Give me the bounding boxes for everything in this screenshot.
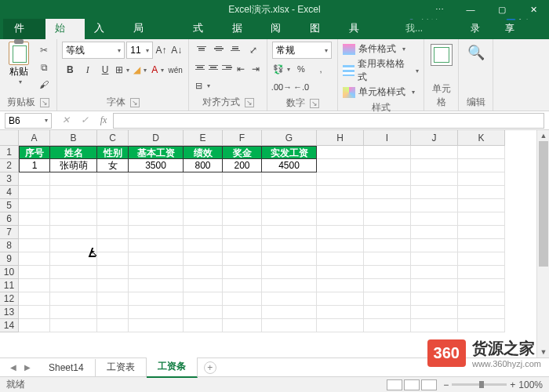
paste-button[interactable]: 粘贴 ▾ xyxy=(5,42,33,92)
cut-icon[interactable]: ✂ xyxy=(36,43,52,57)
name-box[interactable]: B6▾ xyxy=(5,113,52,129)
cell[interactable] xyxy=(129,199,184,212)
format-painter-icon[interactable]: 🖌 xyxy=(36,78,52,92)
cell[interactable] xyxy=(411,306,458,319)
cell[interactable] xyxy=(184,186,223,199)
currency-icon[interactable]: 💱▾ xyxy=(272,61,291,77)
cell[interactable] xyxy=(458,172,505,186)
cell[interactable] xyxy=(50,239,97,252)
cell[interactable] xyxy=(97,239,129,252)
zoom-in-icon[interactable]: + xyxy=(510,379,515,390)
cell[interactable] xyxy=(184,226,223,239)
row-header[interactable]: 1 xyxy=(0,146,19,159)
cell[interactable] xyxy=(411,292,458,306)
cell[interactable] xyxy=(458,306,505,319)
cell[interactable] xyxy=(223,212,262,226)
cell[interactable] xyxy=(364,319,411,332)
decrease-font-icon[interactable]: A↓ xyxy=(169,42,184,59)
cell[interactable] xyxy=(97,226,129,239)
scroll-up-icon[interactable]: ▲ xyxy=(537,130,549,141)
cell[interactable] xyxy=(129,186,184,199)
cell[interactable] xyxy=(458,186,505,199)
sheet-tab[interactable]: Sheet14 xyxy=(38,359,96,376)
col-header[interactable]: D xyxy=(129,130,184,146)
cell[interactable] xyxy=(364,226,411,239)
align-right-icon[interactable] xyxy=(220,60,232,74)
column-headers[interactable]: ABCDEFGHIJK xyxy=(19,130,505,146)
cell[interactable] xyxy=(184,266,223,279)
cell[interactable] xyxy=(19,186,50,199)
cell[interactable] xyxy=(97,172,129,186)
cell[interactable] xyxy=(223,306,262,319)
cell[interactable] xyxy=(184,292,223,306)
cell[interactable] xyxy=(19,226,50,239)
cell[interactable] xyxy=(364,266,411,279)
col-header[interactable]: G xyxy=(262,130,317,146)
zoom-out-icon[interactable]: − xyxy=(443,379,449,390)
col-header[interactable]: K xyxy=(458,130,505,146)
cell[interactable] xyxy=(223,186,262,199)
cell[interactable] xyxy=(19,306,50,319)
cell[interactable] xyxy=(129,212,184,226)
cell[interactable] xyxy=(364,159,411,172)
table-format-button[interactable]: 套用表格格式▾ xyxy=(343,56,419,85)
cell[interactable] xyxy=(364,292,411,306)
align-top-icon[interactable] xyxy=(194,42,209,56)
cell[interactable] xyxy=(458,199,505,212)
cell[interactable]: 1 xyxy=(19,159,50,172)
row-header[interactable]: 6 xyxy=(0,212,19,226)
formula-input[interactable] xyxy=(113,113,544,129)
cell[interactable] xyxy=(364,212,411,226)
row-header[interactable]: 8 xyxy=(0,239,19,252)
cell[interactable] xyxy=(19,199,50,212)
cell[interactable]: 绩效 xyxy=(184,146,223,159)
cell[interactable] xyxy=(262,252,317,266)
ribbon-options-icon[interactable]: ⋯ xyxy=(424,0,455,19)
cell[interactable] xyxy=(411,319,458,332)
cell[interactable] xyxy=(19,172,50,186)
cell[interactable] xyxy=(262,172,317,186)
cell[interactable] xyxy=(97,199,129,212)
cell[interactable] xyxy=(97,186,129,199)
cell[interactable] xyxy=(262,306,317,319)
cell[interactable] xyxy=(364,199,411,212)
col-header[interactable]: E xyxy=(184,130,223,146)
cell[interactable] xyxy=(223,172,262,186)
cell[interactable] xyxy=(317,266,364,279)
cell[interactable] xyxy=(458,279,505,292)
row-header[interactable]: 9 xyxy=(0,252,19,266)
cell[interactable] xyxy=(364,306,411,319)
align-middle-icon[interactable] xyxy=(211,42,227,56)
cell[interactable]: 3500 xyxy=(129,159,184,172)
cancel-icon[interactable]: ✕ xyxy=(56,114,75,126)
cell[interactable] xyxy=(184,172,223,186)
cell[interactable] xyxy=(50,266,97,279)
minimize-icon[interactable]: — xyxy=(455,0,486,19)
row-header[interactable]: 4 xyxy=(0,186,19,199)
cell[interactable] xyxy=(317,159,364,172)
increase-decimal-icon[interactable]: .00→ xyxy=(272,79,291,95)
cell[interactable]: 基本工资 xyxy=(129,146,184,159)
row-header[interactable]: 7 xyxy=(0,226,19,239)
cell[interactable] xyxy=(262,186,317,199)
dialog-launcher-icon[interactable]: ↘ xyxy=(310,99,319,108)
cell[interactable] xyxy=(262,199,317,212)
row-header[interactable]: 2 xyxy=(0,159,19,172)
indent-right-icon[interactable]: ⇥ xyxy=(249,60,262,78)
enter-icon[interactable]: ✓ xyxy=(75,114,94,126)
cell[interactable] xyxy=(50,226,97,239)
cell[interactable] xyxy=(223,319,262,332)
close-icon[interactable]: ✕ xyxy=(518,0,549,19)
col-header[interactable]: H xyxy=(317,130,364,146)
cell[interactable] xyxy=(97,319,129,332)
cell[interactable] xyxy=(411,186,458,199)
cell[interactable] xyxy=(129,306,184,319)
row-header[interactable]: 10 xyxy=(0,266,19,279)
col-header[interactable]: F xyxy=(223,130,262,146)
row-header[interactable]: 5 xyxy=(0,199,19,212)
cell[interactable] xyxy=(364,279,411,292)
cell[interactable] xyxy=(223,279,262,292)
cell[interactable] xyxy=(458,252,505,266)
cell[interactable] xyxy=(411,199,458,212)
cell[interactable]: 奖金 xyxy=(223,146,262,159)
